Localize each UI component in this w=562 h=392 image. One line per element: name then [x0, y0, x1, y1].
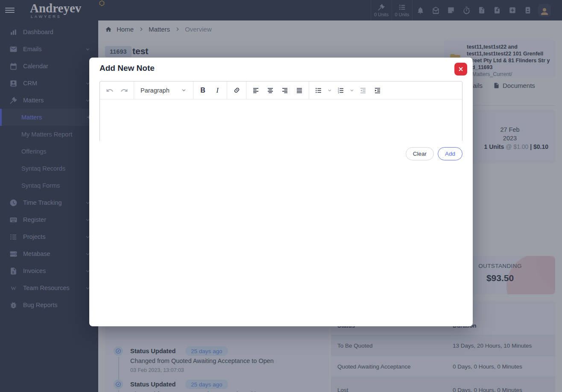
chevron-down-icon [181, 87, 187, 93]
toolbar-divider [134, 81, 134, 99]
clear-button[interactable]: Clear [406, 147, 434, 160]
align-center-button[interactable] [263, 83, 278, 98]
close-icon [458, 66, 464, 72]
align-left-button[interactable] [249, 83, 263, 98]
bullet-list-menu-chevron[interactable] [326, 83, 334, 98]
add-note-modal: Add New Note Paragraph B I [89, 58, 473, 326]
modal-actions: Clear Add [406, 147, 462, 160]
numbered-list-button[interactable]: 123 [334, 83, 348, 98]
chevron-down-icon [349, 88, 354, 93]
align-justify-button[interactable] [292, 83, 307, 98]
modal-title: Add New Note [100, 64, 155, 73]
editor-toolbar: Paragraph B I [100, 81, 462, 99]
note-editor-textarea[interactable] [100, 99, 462, 142]
close-button[interactable] [454, 63, 467, 75]
numbered-list-menu-chevron[interactable] [348, 83, 356, 98]
block-format-select[interactable]: Paragraph [136, 87, 191, 94]
toolbar-divider [227, 81, 227, 99]
italic-button[interactable]: I [210, 83, 225, 98]
bold-button[interactable]: B [196, 83, 210, 98]
svg-text:3: 3 [338, 91, 339, 93]
add-button[interactable]: Add [438, 147, 462, 160]
toolbar-divider [309, 81, 309, 99]
app-screen: Andreyev LAWYERS 0 Units 0 Units [0, 0, 562, 392]
toolbar-divider [246, 81, 246, 99]
outdent-button[interactable] [356, 83, 370, 98]
align-right-button[interactable] [278, 83, 292, 98]
redo-button[interactable] [117, 83, 132, 98]
rich-text-editor: Paragraph B I [100, 81, 462, 142]
link-icon [233, 86, 241, 94]
chevron-down-icon [327, 88, 332, 93]
bullet-list-button[interactable] [311, 83, 326, 98]
indent-button[interactable] [370, 83, 385, 98]
link-button[interactable] [229, 83, 244, 98]
undo-button[interactable] [102, 83, 117, 98]
toolbar-divider [193, 81, 193, 99]
